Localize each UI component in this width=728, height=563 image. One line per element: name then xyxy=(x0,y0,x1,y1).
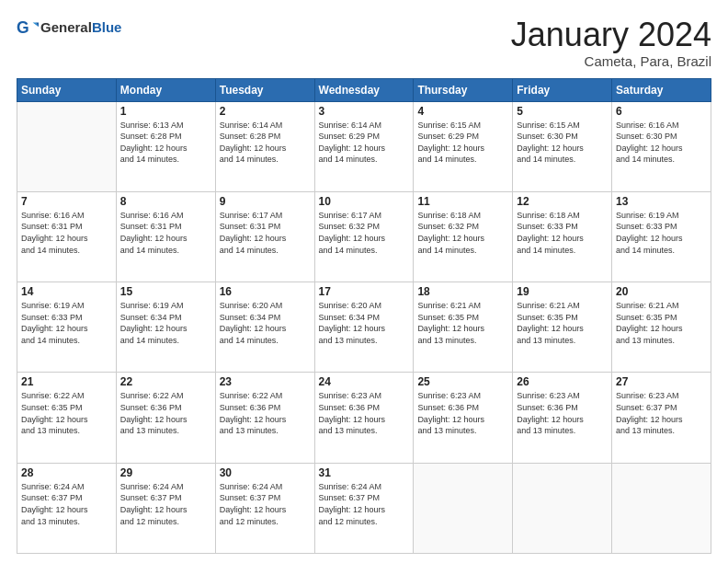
calendar-cell: 29Sunrise: 6:24 AMSunset: 6:37 PMDayligh… xyxy=(116,463,215,553)
calendar-cell: 23Sunrise: 6:22 AMSunset: 6:36 PMDayligh… xyxy=(215,373,314,463)
logo-icon: G xyxy=(17,17,39,39)
header-thursday: Thursday xyxy=(414,78,513,101)
day-info: Sunrise: 6:16 AMSunset: 6:30 PMDaylight:… xyxy=(616,120,707,166)
day-number: 8 xyxy=(120,195,211,208)
day-info: Sunrise: 6:13 AMSunset: 6:28 PMDaylight:… xyxy=(120,120,211,166)
calendar-cell: 30Sunrise: 6:24 AMSunset: 6:37 PMDayligh… xyxy=(215,463,314,553)
day-info: Sunrise: 6:14 AMSunset: 6:28 PMDaylight:… xyxy=(220,120,311,166)
calendar-cell: 20Sunrise: 6:21 AMSunset: 6:35 PMDayligh… xyxy=(612,282,711,373)
day-number: 3 xyxy=(319,105,410,118)
calendar-cell: 26Sunrise: 6:23 AMSunset: 6:36 PMDayligh… xyxy=(513,373,612,463)
calendar-week-3: 14Sunrise: 6:19 AMSunset: 6:33 PMDayligh… xyxy=(17,282,711,373)
calendar-cell: 28Sunrise: 6:24 AMSunset: 6:37 PMDayligh… xyxy=(17,463,117,553)
calendar-cell: 4Sunrise: 6:15 AMSunset: 6:29 PMDaylight… xyxy=(414,101,513,191)
header-wednesday: Wednesday xyxy=(314,78,414,101)
day-number: 13 xyxy=(616,195,707,208)
calendar-week-1: 1Sunrise: 6:13 AMSunset: 6:28 PMDaylight… xyxy=(17,101,711,191)
calendar-week-2: 7Sunrise: 6:16 AMSunset: 6:31 PMDaylight… xyxy=(17,191,711,282)
calendar-cell: 2Sunrise: 6:14 AMSunset: 6:28 PMDaylight… xyxy=(215,101,314,191)
calendar-cell: 16Sunrise: 6:20 AMSunset: 6:34 PMDayligh… xyxy=(215,282,314,373)
day-number: 28 xyxy=(21,466,112,479)
calendar-cell xyxy=(513,463,612,553)
day-number: 10 xyxy=(319,195,410,208)
day-info: Sunrise: 6:19 AMSunset: 6:33 PMDaylight:… xyxy=(616,210,707,256)
logo: G GeneralBlue xyxy=(17,17,121,39)
day-number: 17 xyxy=(319,285,410,298)
calendar-cell: 31Sunrise: 6:24 AMSunset: 6:37 PMDayligh… xyxy=(314,463,414,553)
day-info: Sunrise: 6:24 AMSunset: 6:37 PMDaylight:… xyxy=(120,481,211,527)
day-number: 7 xyxy=(21,195,112,208)
day-info: Sunrise: 6:17 AMSunset: 6:32 PMDaylight:… xyxy=(319,210,410,256)
day-info: Sunrise: 6:17 AMSunset: 6:31 PMDaylight:… xyxy=(220,210,311,256)
day-number: 18 xyxy=(417,285,508,298)
day-number: 30 xyxy=(220,466,311,479)
day-info: Sunrise: 6:24 AMSunset: 6:37 PMDaylight:… xyxy=(220,481,311,527)
calendar-cell: 12Sunrise: 6:18 AMSunset: 6:33 PMDayligh… xyxy=(513,191,612,282)
calendar-subtitle: Cameta, Para, Brazil xyxy=(511,53,711,69)
calendar-cell: 17Sunrise: 6:20 AMSunset: 6:34 PMDayligh… xyxy=(314,282,414,373)
calendar-cell: 10Sunrise: 6:17 AMSunset: 6:32 PMDayligh… xyxy=(314,191,414,282)
svg-text:G: G xyxy=(17,18,29,37)
day-number: 11 xyxy=(417,195,508,208)
calendar-cell: 25Sunrise: 6:23 AMSunset: 6:36 PMDayligh… xyxy=(414,373,513,463)
header: G GeneralBlue January 2024 Cameta, Para,… xyxy=(17,17,711,69)
day-info: Sunrise: 6:21 AMSunset: 6:35 PMDaylight:… xyxy=(417,300,508,346)
calendar-cell: 21Sunrise: 6:22 AMSunset: 6:35 PMDayligh… xyxy=(17,373,117,463)
day-info: Sunrise: 6:24 AMSunset: 6:37 PMDaylight:… xyxy=(319,481,410,527)
header-monday: Monday xyxy=(116,78,215,101)
calendar-cell: 1Sunrise: 6:13 AMSunset: 6:28 PMDaylight… xyxy=(116,101,215,191)
day-info: Sunrise: 6:21 AMSunset: 6:35 PMDaylight:… xyxy=(517,300,608,346)
day-number: 16 xyxy=(220,285,311,298)
day-number: 29 xyxy=(120,466,211,479)
day-number: 2 xyxy=(220,105,311,118)
calendar-cell: 6Sunrise: 6:16 AMSunset: 6:30 PMDaylight… xyxy=(612,101,711,191)
calendar-cell: 15Sunrise: 6:19 AMSunset: 6:34 PMDayligh… xyxy=(116,282,215,373)
calendar-cell xyxy=(612,463,711,553)
weekday-header-row: Sunday Monday Tuesday Wednesday Thursday… xyxy=(17,78,711,101)
calendar-cell xyxy=(414,463,513,553)
day-number: 5 xyxy=(517,105,608,118)
day-number: 23 xyxy=(220,375,311,388)
day-number: 9 xyxy=(220,195,311,208)
calendar-cell: 7Sunrise: 6:16 AMSunset: 6:31 PMDaylight… xyxy=(17,191,117,282)
calendar-cell: 11Sunrise: 6:18 AMSunset: 6:32 PMDayligh… xyxy=(414,191,513,282)
calendar-cell: 22Sunrise: 6:22 AMSunset: 6:36 PMDayligh… xyxy=(116,373,215,463)
day-info: Sunrise: 6:22 AMSunset: 6:35 PMDaylight:… xyxy=(21,390,112,436)
day-number: 15 xyxy=(120,285,211,298)
day-number: 31 xyxy=(319,466,410,479)
day-number: 14 xyxy=(21,285,112,298)
header-friday: Friday xyxy=(513,78,612,101)
day-info: Sunrise: 6:24 AMSunset: 6:37 PMDaylight:… xyxy=(21,481,112,527)
day-number: 4 xyxy=(417,105,508,118)
day-number: 21 xyxy=(21,375,112,388)
day-number: 1 xyxy=(120,105,211,118)
day-number: 19 xyxy=(517,285,608,298)
day-info: Sunrise: 6:20 AMSunset: 6:34 PMDaylight:… xyxy=(319,300,410,346)
day-info: Sunrise: 6:23 AMSunset: 6:36 PMDaylight:… xyxy=(417,390,508,436)
page: G GeneralBlue January 2024 Cameta, Para,… xyxy=(0,0,728,563)
header-sunday: Sunday xyxy=(17,78,117,101)
calendar-table: Sunday Monday Tuesday Wednesday Thursday… xyxy=(17,78,711,554)
day-info: Sunrise: 6:14 AMSunset: 6:29 PMDaylight:… xyxy=(319,120,410,166)
day-number: 20 xyxy=(616,285,707,298)
day-info: Sunrise: 6:16 AMSunset: 6:31 PMDaylight:… xyxy=(21,210,112,256)
calendar-cell xyxy=(17,101,117,191)
day-number: 22 xyxy=(120,375,211,388)
logo-general: General xyxy=(40,19,92,35)
calendar-cell: 19Sunrise: 6:21 AMSunset: 6:35 PMDayligh… xyxy=(513,282,612,373)
calendar-cell: 14Sunrise: 6:19 AMSunset: 6:33 PMDayligh… xyxy=(17,282,117,373)
calendar-cell: 27Sunrise: 6:23 AMSunset: 6:37 PMDayligh… xyxy=(612,373,711,463)
calendar-cell: 5Sunrise: 6:15 AMSunset: 6:30 PMDaylight… xyxy=(513,101,612,191)
day-info: Sunrise: 6:23 AMSunset: 6:37 PMDaylight:… xyxy=(616,390,707,436)
day-info: Sunrise: 6:23 AMSunset: 6:36 PMDaylight:… xyxy=(319,390,410,436)
calendar-title: January 2024 xyxy=(511,17,711,53)
day-number: 24 xyxy=(319,375,410,388)
day-info: Sunrise: 6:18 AMSunset: 6:33 PMDaylight:… xyxy=(517,210,608,256)
day-info: Sunrise: 6:19 AMSunset: 6:34 PMDaylight:… xyxy=(120,300,211,346)
day-info: Sunrise: 6:16 AMSunset: 6:31 PMDaylight:… xyxy=(120,210,211,256)
day-info: Sunrise: 6:23 AMSunset: 6:36 PMDaylight:… xyxy=(517,390,608,436)
day-number: 6 xyxy=(616,105,707,118)
day-info: Sunrise: 6:22 AMSunset: 6:36 PMDaylight:… xyxy=(220,390,311,436)
day-info: Sunrise: 6:19 AMSunset: 6:33 PMDaylight:… xyxy=(21,300,112,346)
day-info: Sunrise: 6:22 AMSunset: 6:36 PMDaylight:… xyxy=(120,390,211,436)
